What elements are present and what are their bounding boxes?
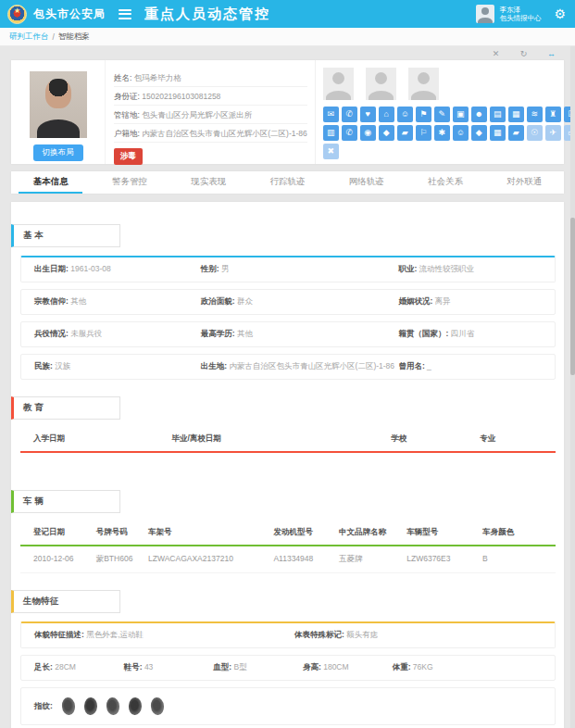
profile-field-id: 身份证: 150202196103081258 xyxy=(114,87,307,106)
vehicle-table-header: 登记日期 号牌号码 车架号 发动机型号 中文品牌名称 车辆型号 车身颜色 xyxy=(20,521,556,546)
app-window: 包头市公安局 重点人员动态管控 李东泽 包头情报中心 ⚙ 研判工作台 / 智能档… xyxy=(0,0,575,728)
tab-police-control[interactable]: 警务管控 xyxy=(90,171,169,194)
car-icon[interactable]: ▣ xyxy=(453,107,469,122)
education-table-header: 入学日期 毕业/离校日期 学校 专业 xyxy=(20,428,556,453)
section-bio: 生物特征 体貌特征描述: 黑色外套,运动鞋 体表特殊标记: 额头有痣 足长: 2… xyxy=(11,590,564,725)
refresh-icon[interactable]: ↻ xyxy=(513,49,534,59)
basic-row: 宗教信仰: 其他 政治面貌: 群众 婚姻状况: 离异 xyxy=(20,289,556,315)
section-bio-title: 生物特征 xyxy=(11,590,120,613)
related-photo-placeholder[interactable] xyxy=(408,68,439,100)
profile-field-name: 姓名: 包玛希毕力格 xyxy=(114,69,307,87)
tab-network-track[interactable]: 网络轨迹 xyxy=(327,171,406,194)
keypad-icon[interactable]: ▦ xyxy=(490,125,506,141)
related-photo-placeholder[interactable] xyxy=(366,68,396,100)
tab-bar: 基本信息 警务管控 现实表现 行踪轨迹 网络轨迹 社会关系 对外联通 xyxy=(11,171,564,194)
related-photos xyxy=(323,68,575,100)
basic-info-panel: 基 本 出生日期: 1961-03-08 性别: 男 职业: 流动性较强职业 宗… xyxy=(11,202,564,728)
scrollbar[interactable] xyxy=(570,46,575,728)
related-photo-placeholder[interactable] xyxy=(323,68,354,100)
home-icon[interactable]: ⌂ xyxy=(379,107,394,122)
tab-real-performance[interactable]: 现实表现 xyxy=(169,171,248,194)
flag-icon[interactable]: ⚐ xyxy=(416,125,431,141)
person-icon[interactable]: ☻ xyxy=(471,107,487,122)
gear-icon[interactable]: ⚙ xyxy=(554,6,566,21)
risk-badge[interactable]: 涉毒 xyxy=(114,148,143,165)
basic-row: 兵役情况: 未服兵役 最高学历: 其他 籍贯（国家）: 四川省 xyxy=(20,321,556,347)
breadcrumb-current: 智能档案 xyxy=(58,31,90,43)
content-area: ✕ ↻ ↔ 切换布局 姓名: 包玛希毕力格 xyxy=(0,46,575,728)
education-empty xyxy=(20,453,556,473)
user-dept: 包头情报中心 xyxy=(499,14,541,22)
section-education: 教 育 入学日期 毕业/离校日期 学校 专业 xyxy=(11,396,564,473)
police-badge-logo-icon xyxy=(7,5,27,24)
fingerprint-image xyxy=(83,697,97,716)
header-bar: 包头市公安局 重点人员动态管控 李东泽 包头情报中心 ⚙ xyxy=(0,0,575,28)
fingerprint-image xyxy=(106,697,119,716)
fingerprint-image xyxy=(61,697,75,716)
tab-external-contact[interactable]: 对外联通 xyxy=(485,171,564,194)
section-vehicle-title: 车 辆 xyxy=(11,490,120,513)
call-icon[interactable]: ✆ xyxy=(342,125,357,141)
police-car-icon[interactable]: ◆ xyxy=(379,125,394,141)
user-icon[interactable]: ☺ xyxy=(453,125,469,141)
plane-icon[interactable]: ✈ xyxy=(545,125,561,141)
person-photo xyxy=(30,71,87,138)
fingerprint-label: 指纹: xyxy=(34,701,53,712)
category-icon-grid: ✉ ✆ ♥ ⌂ ☺ ⚑ ✎ ▣ ☻ ▤ ▦ ≋ ♜ ☑ ▥ ✆ ◉ xyxy=(323,107,575,159)
breadcrumb-separator: / xyxy=(53,32,55,42)
section-vehicle: 车 辆 登记日期 号牌号码 车架号 发动机型号 中文品牌名称 车辆型号 车身颜色… xyxy=(11,490,564,573)
bank-icon[interactable]: ♜ xyxy=(545,107,561,122)
phone-icon[interactable]: ✆ xyxy=(342,107,357,122)
page-title: 重点人员动态管控 xyxy=(144,6,270,23)
bio-row: 足长: 28CM 鞋号: 43 血型: B型 身高: 180CM 体重: 76K… xyxy=(20,655,556,681)
breadcrumb: 研判工作台 / 智能档案 xyxy=(0,28,575,46)
heart-icon[interactable]: ♥ xyxy=(360,107,376,122)
user-chip[interactable]: 李东泽 包头情报中心 xyxy=(476,5,541,23)
bio-row: 体貌特征描述: 黑色外套,运动鞋 体表特殊标记: 额头有痣 xyxy=(20,621,556,648)
tab-social-relations[interactable]: 社会关系 xyxy=(406,171,484,194)
tab-movement-track[interactable]: 行踪轨迹 xyxy=(248,171,327,194)
fingerprint-image xyxy=(128,697,142,716)
vehicle-table: 登记日期 号牌号码 车架号 发动机型号 中文品牌名称 车辆型号 车身颜色 201… xyxy=(20,521,556,573)
image-icon[interactable]: ▦ xyxy=(508,107,524,122)
profile-card: 切换布局 姓名: 包玛希毕力格 身份证: 150202196103081258 … xyxy=(11,60,564,164)
profile-field-jurisdiction: 管辖地: 包头青山区分局光辉小区派出所 xyxy=(114,106,307,124)
scrollbar-thumb[interactable] xyxy=(570,218,575,375)
education-icon[interactable]: ✎ xyxy=(434,107,450,122)
breadcrumb-parent-link[interactable]: 研判工作台 xyxy=(9,31,49,43)
section-basic-title: 基 本 xyxy=(11,224,120,247)
message-icon[interactable]: ✉ xyxy=(323,107,339,122)
org-name: 包头市公安局 xyxy=(33,6,106,22)
section-education-title: 教 育 xyxy=(11,396,120,420)
section-basic: 基 本 出生日期: 1961-03-08 性别: 男 职业: 流动性较强职业 宗… xyxy=(11,224,564,380)
user-avatar xyxy=(476,5,494,23)
fingerprint-row: 指纹: xyxy=(20,687,556,725)
collapse-icon[interactable]: ↔ xyxy=(541,49,562,59)
van-icon[interactable]: ▰ xyxy=(508,125,524,141)
document-icon[interactable]: ▤ xyxy=(490,107,506,122)
vehicle-table-row: 2010-12-06 蒙BTH606 LZWACAGAXA2137210 A11… xyxy=(20,546,556,573)
trash-icon[interactable]: ✖ xyxy=(323,144,339,159)
settings-icon[interactable]: ✱ xyxy=(434,125,450,141)
profile-fields: 姓名: 包玛希毕力格 身份证: 150202196103081258 管辖地: … xyxy=(105,60,316,164)
menu-icon[interactable] xyxy=(119,9,131,19)
fingerprint-image xyxy=(150,697,164,716)
tab-basic-info[interactable]: 基本信息 xyxy=(11,171,90,194)
wifi-icon[interactable]: ≋ xyxy=(527,107,543,122)
switch-layout-button[interactable]: 切换布局 xyxy=(33,144,83,161)
basic-row: 出生日期: 1961-03-08 性别: 男 职业: 流动性较强职业 xyxy=(20,256,556,282)
group-icon[interactable]: ☺ xyxy=(397,107,413,122)
user-name: 李东泽 xyxy=(499,6,541,14)
rss-icon[interactable]: ◉ xyxy=(360,125,376,141)
fullscreen-icon[interactable]: ✕ xyxy=(485,49,506,59)
taxi-icon[interactable]: ◆ xyxy=(471,125,487,141)
wheelchair-icon[interactable]: ☉ xyxy=(527,125,543,141)
id-card-icon[interactable]: ▥ xyxy=(323,125,339,141)
hotel-icon[interactable]: ⚑ xyxy=(416,107,431,122)
card-controls: ✕ ↻ ↔ xyxy=(0,46,575,59)
basic-row: 民族: 汉族 出生地: 内蒙古自治区包头市青山区光辉小区(二区)-1-86 曾用… xyxy=(20,354,556,380)
truck-icon[interactable]: ▰ xyxy=(397,125,413,141)
profile-field-household: 户籍地: 内蒙古自治区包头市青山区光辉小区(二区)-1-86 xyxy=(114,124,307,143)
education-table: 入学日期 毕业/离校日期 学校 专业 xyxy=(20,428,556,473)
